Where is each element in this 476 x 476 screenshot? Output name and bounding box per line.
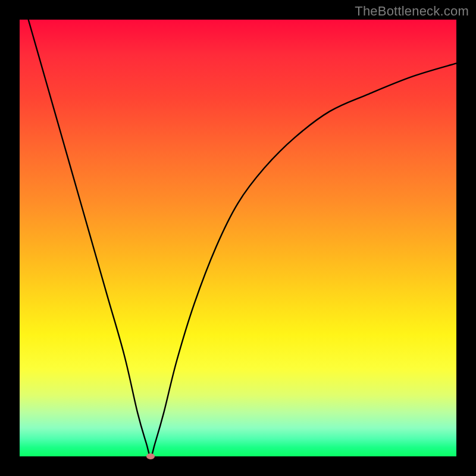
chart-frame: TheBottleneck.com [0,0,476,476]
watermark-text: TheBottleneck.com [355,4,469,19]
minimum-marker-dot [146,453,155,459]
bottleneck-curve [20,20,456,456]
chart-plot-area [20,20,456,456]
